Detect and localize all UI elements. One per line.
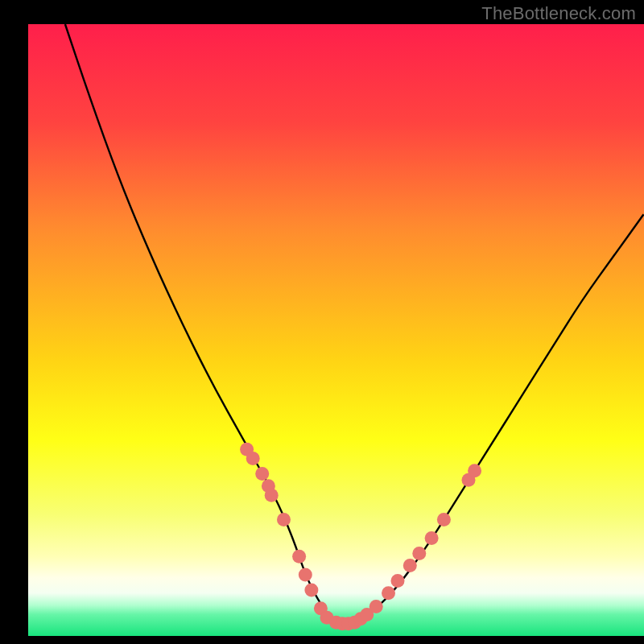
chart-frame: TheBottleneck.com (0, 0, 644, 644)
marker-dot (468, 464, 481, 477)
marker-dot (304, 584, 318, 597)
watermark-text: TheBottleneck.com (481, 3, 636, 24)
marker-dot (277, 513, 291, 526)
marker-dot (292, 550, 306, 564)
marker-dot (299, 568, 312, 582)
marker-dot (391, 574, 405, 588)
marker-dot (255, 467, 269, 481)
marker-dot (412, 547, 426, 560)
marker-dot (369, 600, 383, 613)
marker-dot (265, 489, 279, 502)
marker-dot (437, 513, 451, 526)
marker-dot (425, 531, 439, 545)
marker-dot (382, 586, 395, 600)
bottleneck-chart (0, 0, 644, 644)
plot-background (28, 24, 644, 636)
marker-dot (246, 452, 260, 465)
marker-dot (403, 559, 417, 572)
